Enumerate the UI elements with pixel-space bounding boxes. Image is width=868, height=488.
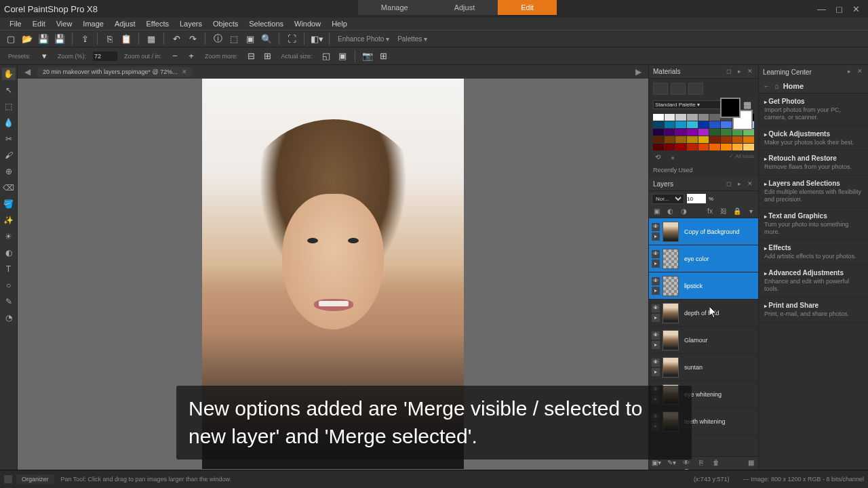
color-swatch[interactable] [709, 129, 720, 136]
new-layer-btn-icon[interactable]: ▣▾ [652, 459, 661, 468]
layer-row[interactable]: 👁▸eye color [649, 245, 758, 272]
color-swatch[interactable] [709, 114, 720, 121]
mode-tab-manage[interactable]: Manage [358, 0, 431, 15]
learning-item[interactable]: Retouch and RestoreRemove flaws from you… [759, 150, 868, 176]
mode-tab-edit[interactable]: Edit [498, 0, 557, 15]
lighten-tool-icon[interactable]: ☀ [2, 230, 16, 243]
color-swatch[interactable] [709, 136, 720, 143]
panel-menu-icon[interactable]: ▸ [845, 68, 853, 76]
color-swatch[interactable] [675, 136, 686, 143]
move-tool-icon[interactable]: ↖ [2, 84, 16, 96]
brush-tool-icon[interactable]: 🖌 [2, 149, 16, 161]
color-swatch[interactable] [653, 144, 664, 150]
color-swatch[interactable] [687, 136, 698, 143]
erase-tool-icon[interactable]: ⌫ [2, 182, 16, 194]
layer-row[interactable]: 👁▸depth of field [649, 300, 758, 327]
share-icon[interactable]: ⇪ [78, 32, 92, 45]
learning-item[interactable]: Text and GraphicsTurn your photo into so… [759, 208, 868, 241]
layer-effects-icon[interactable]: fx [705, 207, 715, 217]
color-swatch[interactable] [698, 136, 709, 143]
menu-adjust[interactable]: Adjust [109, 20, 141, 28]
menu-help[interactable]: Help [326, 20, 353, 28]
learning-item[interactable]: Quick AdjustmentsMake your photos look t… [759, 126, 868, 151]
zoom-icon[interactable]: 🔍 [260, 32, 273, 45]
blend-mode-select[interactable]: Nor... [652, 194, 684, 204]
expand-icon[interactable]: ▸ [652, 287, 660, 295]
visibility-icon[interactable]: 👁 [652, 304, 660, 312]
paste-icon[interactable]: 📋 [119, 32, 133, 45]
zoom-more-out-icon[interactable]: ⊟ [245, 49, 258, 63]
color-swatch[interactable] [721, 144, 732, 150]
color-swatch[interactable] [698, 121, 709, 128]
color-swatch[interactable] [687, 114, 698, 121]
color-swatch[interactable] [732, 136, 743, 143]
pan-tool-icon[interactable]: ✋ [2, 68, 16, 80]
snapshot-icon[interactable]: 📷 [361, 49, 374, 63]
color-swatch[interactable] [675, 121, 686, 128]
fullscreen-icon[interactable]: ⛶ [285, 32, 298, 45]
preset-dropdown[interactable]: ▾ [37, 49, 51, 63]
home-icon[interactable]: ⌂ [774, 82, 779, 90]
swatch-style-icon[interactable] [688, 83, 703, 95]
zoom-out-icon[interactable]: − [168, 49, 182, 63]
dropper-tool-icon[interactable]: 💧 [2, 117, 16, 129]
layers-menu-icon[interactable]: ▾ [746, 207, 755, 217]
panel-close-icon[interactable]: ✕ [856, 68, 864, 76]
document-tab[interactable]: 20 min makeover with layers.pspimage* @ … [37, 67, 193, 77]
text-tool-icon[interactable]: T [2, 263, 16, 275]
layer-row[interactable]: 👁▸lipstick [649, 272, 758, 300]
expand-icon[interactable]: ▸ [652, 341, 660, 349]
panel-menu-icon[interactable]: ▸ [735, 180, 743, 188]
learning-item[interactable]: Get PhotosImport photos from your PC, ca… [759, 94, 868, 126]
menu-view[interactable]: View [51, 20, 78, 28]
color-swatch[interactable] [698, 114, 709, 121]
color-swatch[interactable] [687, 144, 698, 150]
color-swatch[interactable] [653, 129, 664, 136]
color-swatch[interactable] [698, 144, 709, 150]
panel-close-icon[interactable]: ✕ [746, 180, 754, 188]
color-swatch[interactable] [732, 144, 743, 150]
close-icon[interactable]: ✕ [852, 4, 860, 14]
foreground-color[interactable] [720, 98, 741, 118]
selection-icon[interactable]: ⬚ [227, 32, 241, 45]
organizer-toggle-icon[interactable] [4, 475, 12, 483]
menu-image[interactable]: Image [77, 20, 109, 28]
fill-tool-icon[interactable]: 🪣 [2, 198, 16, 210]
pen-tool-icon[interactable]: ✎ [2, 296, 16, 308]
learning-item[interactable]: EffectsAdd artistic effects to your phot… [759, 240, 868, 265]
color-swatch[interactable] [665, 129, 675, 136]
color-swatch[interactable] [687, 129, 698, 136]
delete-layer-icon[interactable]: 🗑 [711, 459, 721, 468]
saveas-icon[interactable]: 💾 [53, 32, 66, 45]
color-swatch[interactable] [665, 144, 675, 150]
link-layers-icon[interactable]: ⛓ [719, 207, 728, 217]
new-icon[interactable]: ▢ [4, 32, 18, 45]
retouch-tool-icon[interactable]: ✨ [2, 214, 16, 226]
panel-dock-icon[interactable]: ◻ [724, 68, 732, 76]
zoom-more-in-icon[interactable]: ⊞ [261, 49, 275, 63]
visibility-icon[interactable]: 👁 [652, 277, 660, 285]
back-icon[interactable]: ← [763, 82, 770, 90]
smart-tool-icon[interactable]: ◐ [2, 247, 16, 259]
all-tools-toggle[interactable]: ✓ All tools [729, 153, 754, 163]
new-adjust-icon[interactable]: ◑ [679, 207, 688, 217]
info-icon[interactable]: ⓘ [211, 32, 224, 45]
color-swatch[interactable] [687, 121, 698, 128]
color-swatch[interactable] [675, 114, 686, 121]
dup-layer-icon[interactable]: ⎘ [696, 459, 706, 468]
view-icon[interactable]: 👁▾ [682, 459, 691, 468]
expand-icon[interactable]: ▸ [652, 314, 660, 322]
lock-layer-icon[interactable]: 🔒 [732, 207, 742, 217]
learning-item[interactable]: Layers and SelectionsEdit multiple eleme… [759, 176, 868, 208]
organizer-button[interactable]: Organizer [16, 474, 54, 484]
picture-tube-icon[interactable]: ◔ [2, 312, 16, 324]
color-swatch[interactable] [675, 144, 686, 150]
open-icon[interactable]: 📂 [20, 32, 34, 45]
instant-effects-icon[interactable]: ◧▾ [310, 32, 323, 45]
menu-effects[interactable]: Effects [141, 20, 174, 28]
selection-tool-icon[interactable]: ⬚ [2, 100, 16, 113]
visibility-icon[interactable]: 👁 [652, 223, 660, 231]
crop-tool-icon[interactable]: ✂ [2, 133, 16, 145]
menu-file[interactable]: File [4, 20, 27, 28]
close-tab-icon[interactable]: ✕ [182, 68, 187, 75]
